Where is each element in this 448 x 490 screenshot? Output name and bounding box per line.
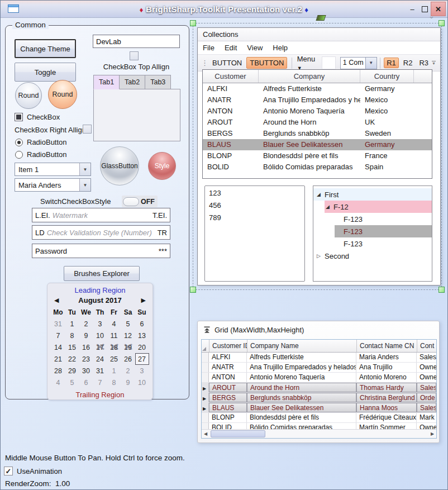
calendar-day[interactable]: 24 [93, 353, 107, 365]
column-header-contact-name[interactable]: Contact Name CN [357, 340, 417, 352]
tree-node[interactable]: F-123 [313, 213, 432, 225]
menu-file[interactable]: File [198, 44, 220, 52]
scroll-right-icon[interactable]: ▶ [428, 431, 436, 436]
calendar-day[interactable]: 7 [51, 330, 65, 341]
row-header[interactable] [202, 403, 209, 412]
tree-node[interactable]: F-123 [335, 225, 432, 237]
tree-expander-icon[interactable]: ▷ [317, 253, 325, 259]
calendar-day[interactable]: 21 [51, 353, 65, 365]
calendar-day[interactable]: 11 [107, 330, 121, 341]
checkbox-checked[interactable] [15, 113, 23, 121]
calendar-day[interactable]: 3 [93, 318, 107, 330]
horizontal-scrollbar[interactable]: ◀ ▶ [202, 429, 436, 438]
calendar-day[interactable]: 12 [121, 330, 135, 341]
calendar-day[interactable]: 7 [93, 377, 107, 388]
chevron-down-icon[interactable]: ▼ [365, 58, 376, 69]
title-bar[interactable]: ♦ BrightSharp.Toolkit Presentation ver.2… [1, 1, 447, 18]
toolbar-radio-r1[interactable]: R1 [384, 58, 399, 68]
collections-title[interactable]: Collections [198, 28, 440, 41]
column-header-customer-id[interactable]: Customer ID [209, 340, 247, 352]
calendar-day[interactable]: 31 [93, 365, 107, 377]
row-header[interactable] [202, 413, 209, 422]
calendar-day[interactable]: 10 [93, 330, 107, 341]
listview-row[interactable]: ANATR Ana Trujillo Emparedados y hela Me… [203, 94, 432, 106]
calendar-day[interactable]: 31 [51, 318, 65, 330]
listview-row[interactable]: AROUT Around the Horn UK [203, 117, 432, 128]
row-header[interactable] [202, 353, 209, 362]
row-header[interactable] [202, 383, 209, 392]
column-header-country[interactable]: Country [360, 70, 414, 83]
datagrid-row[interactable]: ANATR Ana Trujillo Emparedados y helados… [202, 363, 436, 373]
radiobutton-checked[interactable] [15, 139, 23, 146]
calendar-prev-icon[interactable]: ◀ [54, 297, 62, 304]
tree-expander-icon[interactable]: ◢ [317, 192, 325, 197]
toolbar-radio-r3[interactable]: R3 [417, 58, 431, 68]
checkbox-top-align[interactable] [130, 51, 139, 60]
scrollbar-thumb[interactable] [211, 430, 265, 437]
listview-row[interactable]: ANTON Antonio Moreno Taquería Mexico [203, 106, 432, 117]
calendar-day[interactable]: 1 [65, 318, 79, 330]
minimize-button[interactable]: – [406, 2, 418, 16]
calendar-day[interactable]: 4 [51, 377, 65, 388]
calendar-next-icon[interactable]: ▶ [138, 297, 146, 304]
calendar-day[interactable]: 8 [107, 377, 121, 388]
list-item[interactable]: 123 [205, 187, 304, 199]
tab-tab1[interactable]: Tab1 [93, 75, 120, 89]
toolbar-button[interactable]: BUTTON [209, 59, 245, 67]
glass-button[interactable]: GlassButton [100, 146, 139, 185]
tree-node[interactable]: ◢ F-12 [325, 201, 432, 213]
calendar-day[interactable]: 9 [79, 330, 93, 341]
grid-panel-header[interactable]: Grid (MaxWidth,MaxHeight) [198, 321, 439, 338]
switch-checkbox[interactable]: OFF [122, 196, 158, 207]
toggle-button[interactable]: Toggle [15, 63, 76, 82]
style-button[interactable]: Style [148, 152, 176, 180]
use-animation-checkbox[interactable]: ✓ [4, 467, 13, 475]
change-theme-button[interactable]: Change Theme [15, 39, 76, 58]
menu-help[interactable]: Help [268, 44, 293, 52]
tree-node[interactable]: ▷ Second [313, 250, 432, 262]
toolbar-toggle-button[interactable]: TBUTTON [246, 57, 287, 69]
calendar-day[interactable]: 6 [135, 318, 149, 330]
watermark-textbox[interactable]: L.EI. Watermark T.EI. [32, 208, 170, 222]
list-item[interactable]: 456 [205, 199, 304, 212]
radiobutton-unchecked[interactable] [15, 151, 23, 159]
datagrid-row[interactable]: ANTON Antonio Moreno Taquería Antonio Mo… [202, 373, 436, 383]
tree-node[interactable]: ◢ First [313, 188, 432, 201]
tree-expander-icon[interactable]: ◢ [326, 204, 333, 210]
calendar-day[interactable]: 20 [135, 341, 149, 353]
password-textbox[interactable]: Password *** [32, 244, 170, 258]
calendar-day[interactable]: 4 [107, 318, 121, 330]
tree-node[interactable]: F-123 [313, 237, 432, 250]
checkbox-right-align[interactable] [83, 125, 92, 134]
calendar-day[interactable]: 19 [121, 341, 135, 353]
calendar-day[interactable]: 23 [79, 353, 93, 365]
brushes-explorer-button[interactable]: Brushes Explorer [64, 266, 140, 281]
calendar-day[interactable]: 14 [51, 341, 65, 353]
resize-handle-bottom-left[interactable] [190, 287, 196, 293]
tab-tab3[interactable]: Tab3 [145, 75, 171, 89]
toolbar-grip-icon[interactable]: ⋮ [201, 59, 207, 67]
datagrid-row[interactable]: ALFKI Alfreds Futterkiste Maria Anders S… [202, 353, 436, 363]
calendar-day[interactable]: 22 [65, 353, 79, 365]
calendar-day[interactable]: 9 [121, 377, 135, 388]
calendar-day[interactable]: 25 [107, 353, 121, 365]
list-item[interactable]: 789 [205, 212, 304, 224]
row-header[interactable] [202, 363, 209, 372]
listview-row[interactable]: ALFKI Alfreds Futterkiste Germany [203, 83, 432, 94]
chevron-down-icon[interactable]: ▼ [79, 163, 90, 175]
select-all-corner[interactable] [202, 340, 209, 352]
calendar-day[interactable]: 13 [135, 330, 149, 341]
calendar-day[interactable]: 1 [107, 365, 121, 377]
row-header[interactable] [202, 393, 209, 402]
datagrid-row[interactable]: BERGS Berglunds snabbköp Christina Bergl… [202, 393, 436, 403]
listview-row[interactable]: BERGS Berglunds snabbköp Sweden [203, 128, 432, 139]
listview-row[interactable]: BLAUS Blauer See Delikatessen Germany [203, 139, 432, 150]
round-button-gray[interactable]: Round [15, 82, 42, 109]
calendar-day[interactable]: 5 [65, 377, 79, 388]
column-header-company-name[interactable]: Company Name [247, 340, 357, 352]
devlab-textbox[interactable]: DevLab [93, 35, 180, 48]
column-header-customer[interactable]: Customer [203, 70, 259, 83]
calendar-day[interactable]: 28 [51, 365, 65, 377]
toolbar-radio-r2[interactable]: R2 [401, 58, 415, 68]
column-header-contact-title[interactable]: Cont [417, 340, 436, 352]
